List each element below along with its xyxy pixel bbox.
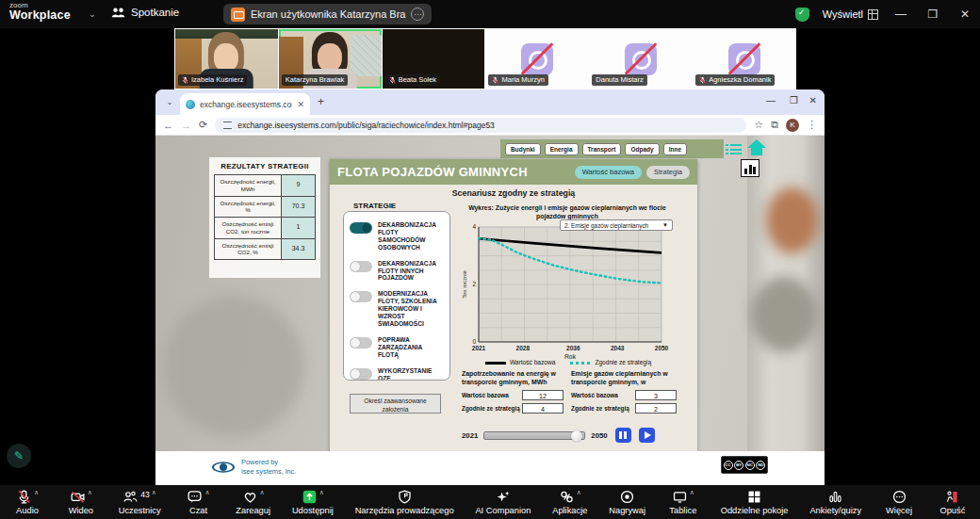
svg-text:2: 2 [472, 281, 476, 287]
chevron-up-icon[interactable]: ∧ [88, 489, 92, 496]
participant-tile[interactable]: Danuta Mistarz [589, 29, 692, 89]
forward-icon[interactable]: → [181, 120, 191, 131]
strategy-toggle[interactable] [350, 261, 372, 272]
annotate-pencil-button[interactable]: ✎ [7, 444, 31, 468]
breakout-rooms-button[interactable]: Oddzielne pokoje [721, 489, 789, 515]
video-button[interactable]: ∧ Wideo [65, 489, 97, 515]
participants-button[interactable]: 43 ∧ Uczestnicy [119, 489, 161, 515]
apps-button[interactable]: ∧ Aplikacje [552, 489, 587, 515]
site-settings-icon[interactable] [223, 122, 232, 129]
new-tab-button[interactable]: + [318, 95, 324, 108]
more-button[interactable]: Więcej [883, 489, 915, 515]
chevron-up-icon[interactable]: ∧ [577, 489, 581, 496]
value-box: 4 [522, 403, 564, 414]
simulator-page: Budynki Energia Transport Odpady Inne RE… [155, 136, 825, 485]
value-box: 12 [522, 390, 564, 400]
strategy-row: POPRAWA ZARZĄDZANIA FLOTĄ [350, 336, 444, 359]
nav-transport-button[interactable]: Transport [582, 143, 622, 155]
tab-close-icon[interactable]: ✕ [297, 100, 304, 109]
home-icon[interactable] [747, 139, 766, 148]
strategy-toggle[interactable] [350, 368, 372, 380]
participant-tile[interactable]: Katarzyna Brawiak [279, 29, 382, 89]
leave-button[interactable]: Opuść [937, 489, 969, 515]
participant-tile[interactable]: Beata Sołek [383, 29, 485, 89]
participant-tile[interactable]: Agnieszka Domanik [693, 29, 795, 89]
strategy-toggle[interactable] [350, 291, 372, 302]
play-button[interactable] [639, 428, 655, 443]
view-button[interactable]: Wyświetl [823, 8, 878, 20]
mic-off-icon [16, 489, 32, 505]
chevron-up-icon[interactable]: ∧ [319, 489, 324, 496]
zoom-titlebar: zoom Workplace ⌄ Spotkanie Ekran użytkow… [0, 0, 980, 28]
address-bar[interactable]: exchange.iseesystems.com/public/siga/rac… [215, 118, 746, 133]
back-icon[interactable]: ← [163, 120, 173, 131]
more-options-icon[interactable]: … [411, 8, 424, 21]
browser-toolbar: ← → ⟳ exchange.iseesystems.com/public/si… [155, 115, 825, 136]
participant-tile[interactable]: Izabela Kuśnierz [175, 29, 278, 89]
list-icon[interactable] [726, 144, 742, 156]
bookmark-star-icon[interactable]: ☆ [754, 119, 763, 131]
chevron-up-icon[interactable]: ∧ [690, 489, 694, 496]
strategy-toggle[interactable] [350, 222, 372, 234]
isee-branding[interactable]: Powered byisee systems, inc. [212, 458, 296, 476]
participants-count: 43 [140, 490, 149, 499]
svg-text:2021: 2021 [472, 345, 486, 351]
chevron-up-icon[interactable]: ∧ [34, 489, 39, 496]
camera-off-icon [728, 43, 760, 75]
browser-close-button[interactable]: ✕ [809, 95, 817, 105]
strategies-heading: STRATEGIE [353, 202, 396, 210]
nav-odpady-button[interactable]: Odpady [625, 143, 659, 155]
profile-avatar[interactable]: K [786, 119, 799, 132]
chart-variable-select[interactable]: 2. Emisje gazów cieplarnianych ▼ [560, 219, 673, 231]
energy-demand-metric: Zapotrzebowanie na energię w transporcie… [462, 370, 564, 416]
svg-text:4: 4 [472, 223, 476, 230]
chat-button[interactable]: ∧ Czat [182, 489, 214, 515]
site-favicon [186, 100, 195, 109]
nav-inne-button[interactable]: Inne [663, 143, 687, 155]
browser-menu-icon[interactable]: ⋮ [807, 119, 817, 131]
react-button[interactable]: ∧ Zareaguj [236, 489, 270, 515]
minimize-button[interactable]: — [891, 8, 910, 21]
shared-screen-pill[interactable]: Ekran użytkownika Katarzyna Bra … [223, 4, 432, 24]
pause-button[interactable] [615, 428, 631, 443]
cc-license-badge[interactable]: CC BY NC ND [721, 456, 768, 474]
baseline-mode-button[interactable]: Wartość bazowa [575, 166, 642, 179]
tab-meeting[interactable]: Spotkanie [111, 7, 179, 18]
record-button[interactable]: Nagrywaj [609, 489, 645, 515]
restore-button[interactable]: ❒ [923, 8, 942, 21]
polls-button[interactable]: Ankiety/quizy [809, 489, 861, 515]
browser-tab[interactable]: exchange.iseesystems.com/pu... ✕ [180, 93, 310, 115]
whiteboards-button[interactable]: ∧ Tablice [667, 489, 699, 515]
svg-text:2028: 2028 [516, 345, 531, 351]
bar-chart-icon[interactable] [741, 159, 760, 177]
browser-minimize-button[interactable]: — [766, 95, 776, 105]
tab-search-icon[interactable]: ⌄ [163, 96, 176, 109]
audio-button[interactable]: ∧ Audio [11, 489, 43, 515]
panel-header: FLOTA POJAZDÓW GMINNYCH Wartość bazowa S… [330, 159, 697, 185]
participant-tile[interactable]: Maria Murzyn [485, 29, 588, 89]
nav-budynki-button[interactable]: Budynki [505, 143, 541, 155]
strategy-toggle[interactable] [350, 337, 372, 349]
extensions-icon[interactable]: ⧉ [771, 119, 778, 131]
chevron-up-icon[interactable]: ∧ [204, 489, 209, 496]
time-slider-row: 2021 2050 [462, 426, 680, 445]
slider-thumb[interactable] [571, 430, 582, 442]
close-button[interactable]: ✕ [956, 8, 974, 21]
strategy-mode-button[interactable]: Strategia [646, 166, 690, 179]
nav-energia-button[interactable]: Energia [545, 143, 579, 155]
browser-restore-button[interactable]: ❒ [790, 95, 798, 105]
host-tools-button[interactable]: Narzędzia prowadzącego [355, 489, 454, 515]
share-screen-button[interactable]: ∧ Udostępnij [292, 489, 334, 515]
chevron-down-icon[interactable]: ⌄ [89, 9, 96, 19]
chevron-up-icon[interactable]: ∧ [152, 489, 156, 496]
value-box: 2 [635, 403, 677, 414]
participant-name-label: Izabela Kuśnierz [178, 74, 247, 86]
page-title: FLOTA POJAZDÓW GMINNYCH [337, 165, 570, 179]
table-row: Oszczędność emisji CO2, %34.3 [215, 238, 316, 260]
reload-icon[interactable]: ⟳ [199, 119, 207, 131]
advanced-assumptions-button[interactable]: Określ zaawansowane założenia [350, 394, 441, 414]
ai-companion-button[interactable]: AI Companion [475, 489, 531, 515]
time-slider[interactable] [483, 431, 585, 440]
chevron-up-icon[interactable]: ∧ [260, 489, 265, 496]
security-shield-icon[interactable] [795, 8, 809, 22]
